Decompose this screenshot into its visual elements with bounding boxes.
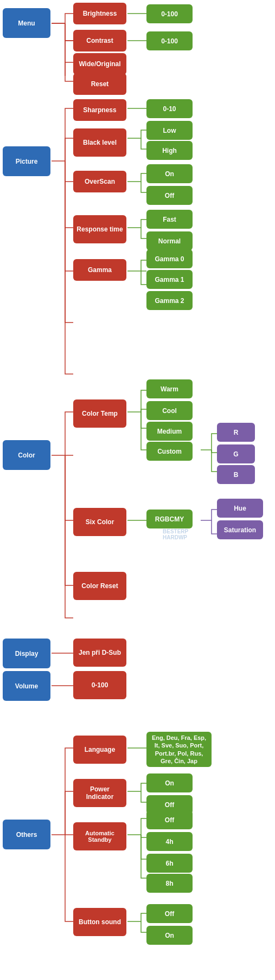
overscan-on-node: On [146, 164, 193, 183]
language-val-node: Eng, Deu, Fra, Esp, It, Sve, Suo, Port, … [146, 732, 212, 767]
others-node: Others [3, 820, 50, 849]
gamma0-node: Gamma 0 [146, 249, 193, 268]
custom-node: Custom [146, 442, 193, 461]
color-node: Color [3, 440, 50, 470]
gamma-node: Gamma [73, 259, 126, 281]
wide-original-node: Wide/Original [73, 53, 126, 75]
vol-range-node: 0-100 [73, 671, 126, 699]
rgbcmy-node: RGBCMY [146, 510, 193, 528]
response-time-node: Response time [73, 215, 126, 243]
color-temp-node: Color Temp [73, 399, 126, 428]
watermark: BESTERPHARDWP [163, 528, 188, 540]
volume-node: Volume [3, 671, 50, 701]
six-color-node: Six Color [73, 508, 126, 536]
as-4h-node: 4h [146, 832, 193, 851]
cool-node: Cool [146, 401, 193, 420]
auto-standby-node: Automatic Standby [73, 822, 126, 850]
gamma2-node: Gamma 2 [146, 291, 193, 310]
response-fast-node: Fast [146, 210, 193, 229]
jen-pri-node: Jen při D-Sub [73, 639, 126, 667]
color-reset-node: Color Reset [73, 572, 126, 600]
pi-on-node: On [146, 773, 193, 792]
chart-container: Menu Picture Color Display Volume Others… [0, 0, 275, 980]
warm-node: Warm [146, 379, 193, 398]
hue-node: Hue [217, 499, 263, 518]
overscan-node: OverScan [73, 171, 126, 192]
as-8h-node: 8h [146, 874, 193, 893]
black-low-node: Low [146, 121, 193, 140]
medium-node: Medium [146, 422, 193, 441]
display-node: Display [3, 639, 50, 668]
picture-node: Picture [3, 146, 50, 176]
as-off-node: Off [146, 810, 193, 829]
b-node: B [217, 465, 255, 484]
sharpness-val-node: 0-10 [146, 99, 193, 118]
contrast-node: Contrast [73, 30, 126, 51]
contrast-val-node: 0-100 [146, 31, 193, 50]
button-sound-node: Button sound [73, 908, 126, 936]
power-indicator-node: Power Indicator [73, 779, 126, 807]
bs-on-node: On [146, 926, 193, 945]
r-node: R [217, 423, 255, 442]
gamma1-node: Gamma 1 [146, 270, 193, 289]
black-high-node: High [146, 141, 193, 160]
reset-node: Reset [73, 73, 126, 95]
overscan-off-node: Off [146, 186, 193, 205]
sharpness-node: Sharpness [73, 99, 126, 121]
language-node: Language [73, 736, 126, 764]
black-level-node: Black level [73, 128, 126, 157]
saturation-node: Saturation [217, 520, 263, 539]
brightness-val-node: 0-100 [146, 4, 193, 23]
brightness-node: Brightness [73, 3, 126, 24]
g-node: G [217, 444, 255, 463]
as-6h-node: 6h [146, 854, 193, 873]
response-normal-node: Normal [146, 231, 193, 250]
bs-off-node: Off [146, 904, 193, 923]
menu-node: Menu [3, 8, 50, 38]
